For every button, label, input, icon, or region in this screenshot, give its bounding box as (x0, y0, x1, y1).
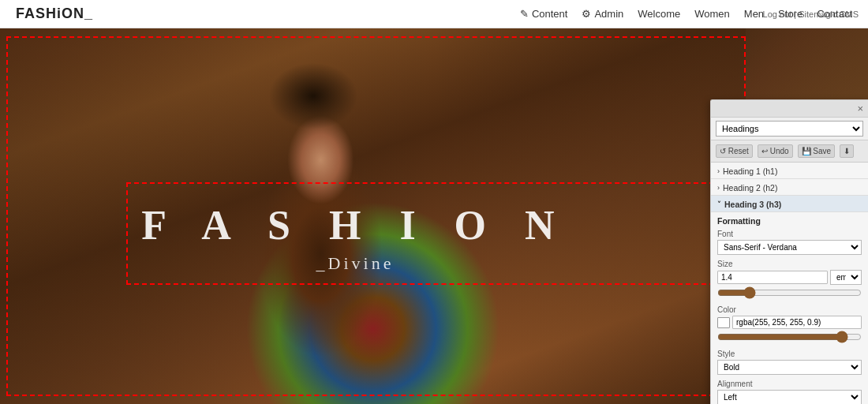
size-slider[interactable] (717, 286, 862, 299)
color-label: Color (717, 305, 862, 314)
nav-item-admin[interactable]: ⚙ Admin (582, 8, 623, 20)
nav-label-welcome: Welcome (638, 8, 680, 20)
color-slider[interactable] (717, 331, 862, 343)
undo-button[interactable]: ↩ Undo (758, 144, 793, 158)
heading1-label: Heading 1 (h1) (723, 166, 777, 176)
alignment-field-group: Alignment Left Center Right Justify (717, 380, 862, 404)
color-row (717, 316, 862, 329)
heading3-label: Heading 3 (h3) (724, 200, 781, 209)
nav-label-men: Men (744, 8, 764, 20)
panel-close-button[interactable]: × (857, 103, 863, 114)
nav-label-admin: Admin (594, 8, 623, 20)
formatting-subsection: Formatting Font Sans-Serif - Verdana Ser… (711, 212, 868, 404)
size-input[interactable] (717, 271, 828, 284)
save-button[interactable]: 💾 Save (798, 144, 836, 158)
size-row: em px (717, 270, 862, 285)
formatting-panel: × Headings Body Paragraphs ↺ Reset ↩ Und… (710, 99, 868, 404)
size-label: Size (717, 260, 862, 268)
chevron-down-icon: ˅ (717, 200, 721, 208)
nav-label-content: Content (532, 8, 568, 20)
heading2-section[interactable]: › Heading 2 (h2) (711, 179, 868, 196)
hero-subtitle: _Divine (0, 253, 710, 274)
color-field-group: Color (717, 305, 862, 345)
heading2-label: Heading 2 (h2) (723, 183, 777, 193)
size-unit-select[interactable]: em px (830, 270, 862, 285)
chevron-right-icon2: › (717, 184, 720, 192)
style-select[interactable]: Bold Normal Italic Bold Italic (717, 360, 862, 375)
reset-button[interactable]: ↺ Reset (716, 144, 753, 158)
nav-item-men[interactable]: Men (744, 8, 764, 20)
heading1-section[interactable]: › Heading 1 (h1) (711, 163, 868, 179)
font-field-group: Font Sans-Serif - Verdana Serif - Georgi… (717, 230, 862, 255)
panel-header: × (711, 100, 868, 118)
alignment-label: Alignment (717, 380, 862, 388)
heading3-section[interactable]: ˅ Heading 3 (h3) (711, 196, 868, 212)
nav-item-welcome[interactable]: Welcome (638, 8, 680, 20)
formatting-title: Formatting (717, 216, 862, 226)
chevron-right-icon: › (717, 167, 720, 175)
color-preview[interactable] (717, 317, 730, 328)
alignment-select[interactable]: Left Center Right Justify (717, 390, 862, 404)
color-input[interactable] (732, 316, 862, 329)
logout-text[interactable]: Log out | Sitemagic CMS (763, 9, 859, 19)
nav-item-women[interactable]: Women (694, 8, 730, 20)
panel-toolbar: ↺ Reset ↩ Undo 💾 Save ⬇ (711, 140, 868, 163)
admin-icon: ⚙ (582, 8, 591, 20)
hero-text-container: F a s h i o n _Divine (0, 202, 710, 274)
size-field-group: Size em px (717, 260, 862, 301)
hero-title: F a s h i o n (0, 202, 710, 249)
style-type-select[interactable]: Headings Body Paragraphs (716, 121, 863, 137)
font-label: Font (717, 230, 862, 238)
topbar: FASHiON_ ✎ Content ⚙ Admin Welcome Women… (0, 0, 868, 28)
logout-area: Log out | Sitemagic CMS (763, 0, 859, 28)
site-logo: FASHiON_ (16, 6, 93, 22)
hero-section: F a s h i o n _Divine × Headings Body Pa… (0, 28, 868, 404)
style-field-group: Style Bold Normal Italic Bold Italic (717, 350, 862, 375)
style-label: Style (717, 350, 862, 358)
content-icon: ✎ (520, 8, 529, 20)
nav-label-women: Women (694, 8, 730, 20)
font-select[interactable]: Sans-Serif - Verdana Serif - Georgia Mon… (717, 240, 862, 255)
export-button[interactable]: ⬇ (840, 144, 854, 158)
panel-dropdown-area: Headings Body Paragraphs (711, 118, 868, 140)
nav-item-content[interactable]: ✎ Content (520, 8, 568, 20)
panel-body: › Heading 1 (h1) › Heading 2 (h2) ˅ Head… (711, 163, 868, 404)
